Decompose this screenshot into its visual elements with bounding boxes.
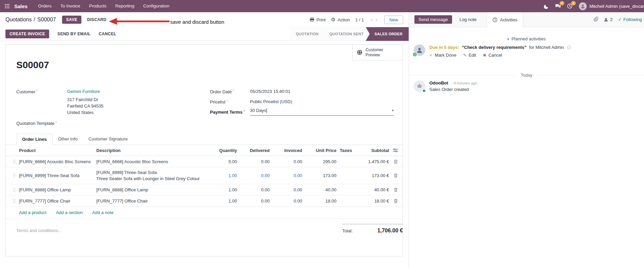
new-button[interactable]: New [384,16,403,24]
send-by-email-button[interactable]: SEND BY EMAIL [57,32,91,36]
state-sales-order[interactable]: SALES ORDER [366,27,409,41]
chatter-toolbar: Send message Log note Activities 2 ✓ Fol… [409,12,644,27]
menu-configuration[interactable]: Configuration [139,0,174,12]
chevron-down-icon[interactable]: ▾ [392,108,394,113]
cell-description[interactable]: [FURN_8888] Office Lamp [96,187,207,192]
cell-invoiced[interactable]: 0.00 [270,173,302,178]
customer-preview-label: Customer Preview [366,47,398,58]
cell-product[interactable]: [FURN_7777] Office Chair [19,198,96,204]
delete-row-button[interactable] [389,188,398,192]
cell-description[interactable]: [FURN_6666] Acoustic Bloc Screens [96,159,207,164]
planned-activities-header[interactable]: ▾Planned activities [409,36,644,41]
pager-counter: 1 / 1 [355,17,364,22]
pager-previous-icon[interactable]: ‹ [369,16,374,23]
print-button[interactable]: Print [310,17,326,22]
terms-and-conditions-input[interactable]: Terms and conditions... [16,228,62,233]
cell-product[interactable]: [FURN_8999] Three-Seat Sofa [19,173,96,178]
menu-orders[interactable]: Orders [34,0,56,12]
tab-other-info[interactable]: Other Info [53,134,83,145]
state-quotation[interactable]: QUOTATION [290,27,325,41]
collapse-caret-icon: ▾ [507,37,509,41]
drag-handle[interactable] [13,199,19,203]
create-invoice-button[interactable]: CREATE INVOICE [5,30,49,38]
cell-unit-price[interactable]: 18.00 [302,198,336,204]
text-cursor [267,108,267,113]
activities-button[interactable]: 2 [564,0,575,12]
cell-invoiced[interactable]: 0.00 [270,187,302,192]
messages-button[interactable]: 4 [552,0,564,12]
table-row: [FURN_7777] Office Chair [FURN_7777] Off… [5,195,403,207]
pager-next-icon[interactable]: › [374,16,379,23]
cancel-activity-button[interactable]: ✖Cancel [483,53,502,58]
menu-products[interactable]: Products [84,0,111,12]
menu-reporting[interactable]: Reporting [111,0,139,12]
following-button[interactable]: ✓ Following [618,17,642,22]
attachments-button[interactable] [593,16,598,23]
cell-quantity[interactable]: 5.00 [207,159,237,164]
optional-columns-button[interactable] [389,148,398,152]
add-product-link[interactable]: Add a product [19,210,46,215]
cell-delivered[interactable]: 0.00 [237,173,270,178]
col-taxes: Taxes [336,148,360,153]
panel-divider [409,12,409,268]
drag-handle[interactable] [13,159,19,164]
order-date-value[interactable]: 05/25/2023 15:40:01 [250,89,290,94]
breadcrumb-current: S00007 [37,17,56,23]
help-mark: ? [55,120,57,124]
discard-button[interactable]: DISCARD [87,17,106,22]
customer-preview-button[interactable]: Customer Preview [352,45,403,60]
tab-customer-signature[interactable]: Customer Signature [83,134,133,145]
cell-delivered[interactable]: 0.00 [237,159,270,164]
cell-unit-price[interactable]: 40.00 [302,187,336,192]
cell-description[interactable]: [FURN_7777] Office Chair [96,198,207,204]
cell-delivered[interactable]: 0.00 [237,198,270,204]
log-note-button[interactable]: Log note [460,17,477,22]
cell-delivered[interactable]: 0.00 [237,187,270,192]
clock-icon [414,53,416,56]
customer-value[interactable]: Gemini Furniture [67,89,100,94]
col-unit-price: Unit Price [302,148,336,153]
delete-row-button[interactable] [389,173,398,178]
delete-row-button[interactable] [389,159,398,164]
state-quotation-sent[interactable]: QUOTATION SENT [320,27,370,41]
user-menu[interactable]: Mitchell Admin (save_discar [579,2,644,10]
following-label: Following [623,17,642,22]
drag-handle[interactable] [13,188,19,192]
add-note-link[interactable]: Add a note [92,210,114,215]
activities-tab[interactable]: Activities [487,12,523,27]
edit-activity-button[interactable]: ✎Edit [463,53,476,58]
cell-invoiced[interactable]: 0.00 [270,159,302,164]
drag-handle[interactable] [13,173,19,178]
pricelist-value[interactable]: Public Pricelist (USD) [250,99,292,104]
dark-mode-toggle[interactable] [541,0,552,12]
table-row: [FURN_8888] Office Lamp [FURN_8888] Offi… [5,184,403,195]
cell-quantity[interactable]: 1.00 [207,173,237,178]
cell-product[interactable]: [FURN_6666] Acoustic Bloc Screens [19,159,96,164]
messages-badge: 4 [560,1,564,5]
sliders-icon [393,148,398,152]
app-name[interactable]: Sales [14,3,27,9]
table-row: [FURN_8999] Three-Seat Sofa [FURN_8999] … [5,167,403,184]
breadcrumb-quotations[interactable]: Quotations [5,17,32,23]
action-button[interactable]: ⚙ Action [331,17,350,23]
payment-terms-input[interactable]: 30 Days ▾ [250,108,394,116]
cell-quantity[interactable]: 1.00 [207,198,237,204]
followers-button[interactable]: 2 [604,17,612,22]
info-icon[interactable]: ⓘ [567,45,571,50]
delete-row-button[interactable] [389,199,398,203]
menu-to-invoice[interactable]: To Invoice [56,0,85,12]
activities-label: Activities [500,17,517,22]
tab-order-lines[interactable]: Order Lines [16,134,53,145]
cell-description[interactable]: [FURN_8999] Three-Seat Sofa Three Seater… [96,170,207,181]
cell-unit-price[interactable]: 173.00 [302,173,336,178]
cell-unit-price[interactable]: 295.00 [302,159,336,164]
cell-invoiced[interactable]: 0.00 [270,198,302,204]
cell-product[interactable]: [FURN_8888] Office Lamp [19,187,96,192]
send-message-button[interactable]: Send message [414,15,452,24]
cell-quantity[interactable]: 1.00 [207,187,237,192]
apps-menu-icon[interactable] [0,0,14,12]
save-button[interactable]: SAVE [62,16,81,24]
add-section-link[interactable]: Add a section [56,210,83,215]
mark-done-button[interactable]: ✓Mark Done [429,53,456,58]
cancel-button[interactable]: CANCEL [99,32,116,36]
